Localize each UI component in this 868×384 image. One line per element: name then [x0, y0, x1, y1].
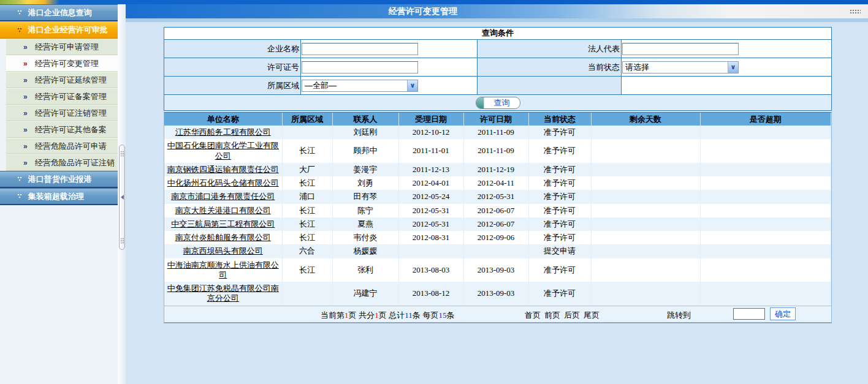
- column-header: 当前状态: [528, 113, 591, 126]
- empty-label-cell: [477, 77, 621, 94]
- table-row: 江苏华西船务工程有限公司刘廷刚2012-10-122011-11-09准予许可: [164, 126, 831, 139]
- arrow-bullet-icon: »: [23, 142, 28, 151]
- company-link[interactable]: 中国石化集团南京化学工业有限公司: [167, 141, 279, 160]
- search-button[interactable]: 查询: [476, 97, 520, 109]
- table-row: 南京西坝码头有限公司六合杨媛媛提交申请: [164, 244, 831, 258]
- pagination-summary-segment: 当前第: [321, 311, 345, 320]
- pager-link[interactable]: 尾页: [584, 311, 600, 320]
- table-cell: 2013-09-03: [463, 258, 528, 282]
- column-header: 联系人: [332, 113, 398, 126]
- company-link[interactable]: 南京付炎船舶服务有限公司: [175, 233, 271, 242]
- table-cell: 长江: [282, 258, 332, 282]
- table-cell: 长江: [282, 139, 332, 163]
- company-link[interactable]: 中免集团江苏免税品有限公司南京分公司: [167, 284, 279, 303]
- pager-link[interactable]: 后页: [564, 311, 580, 320]
- table-cell: [700, 244, 831, 258]
- table-cell: 准予许可: [528, 126, 591, 139]
- current-status-select[interactable]: 请选择 ∨: [622, 61, 739, 73]
- table-header-row: 单位名称所属区域联系人受理日期许可日期当前状态剩余天数是否超期: [164, 113, 831, 126]
- sidebar-menu: ∵港口企业信息查询∵港口企业经营许可审批»经营许可申请管理»经营许可变更管理»经…: [0, 4, 118, 205]
- company-cell: 中海油南京顺海水上供油有限公司: [164, 258, 282, 282]
- table-cell: 准予许可: [528, 217, 591, 231]
- sidebar-item[interactable]: »经营许可变更管理: [6, 55, 118, 72]
- sidebar-group[interactable]: ∵港口企业信息查询: [0, 4, 118, 21]
- menu-group-icon: ∵: [17, 9, 22, 17]
- table-cell: 张利: [332, 258, 398, 282]
- company-link[interactable]: 南京钢铁四通运输有限责任公司: [167, 165, 279, 174]
- sidebar-item[interactable]: »经营许可证备案管理: [6, 88, 118, 105]
- sidebar-item-label: 经营许可证备案管理: [35, 91, 107, 102]
- sidebar-item-label: 经营危险品许可证注销: [35, 157, 115, 168]
- pager-link[interactable]: 首页: [525, 311, 541, 320]
- sidebar-collapse-handle[interactable]: [119, 145, 125, 250]
- table-cell: 顾邦中: [332, 139, 398, 163]
- sidebar-item[interactable]: »经营许可证其他备案: [6, 121, 118, 138]
- table-row: 中海油南京顺海水上供油有限公司长江张利2013-08-032013-09-03准…: [164, 258, 831, 282]
- company-link[interactable]: 中海油南京顺海水上供油有限公司: [167, 260, 279, 279]
- company-cell: 南京付炎船舶服务有限公司: [164, 231, 282, 244]
- jump-page-input[interactable]: [733, 308, 765, 320]
- table-cell: [282, 126, 332, 139]
- table-cell: 浦口: [282, 190, 332, 203]
- table-cell: 杨媛媛: [332, 244, 398, 258]
- table-cell: [591, 139, 700, 163]
- sidebar-item[interactable]: »经营许可申请管理: [6, 39, 118, 55]
- table-row: 南京钢铁四通运输有限责任公司大厂姜漫宇2011-12-132011-12-19准…: [164, 163, 831, 176]
- company-link[interactable]: 南京大胜关港港口有限公司: [175, 206, 271, 215]
- company-link[interactable]: 南京市浦口港务有限责任公司: [171, 192, 275, 201]
- table-cell: 准予许可: [528, 204, 591, 217]
- company-name-label: 企业名称: [164, 40, 300, 58]
- arrow-bullet-icon: »: [23, 126, 28, 134]
- table-cell: 准予许可: [528, 282, 591, 306]
- pager-link[interactable]: 前页: [544, 311, 560, 320]
- pagination-bar: 当前第1页 共分1页 总计11条 每页15条 首页前页后页尾页 跳转到 确定: [164, 306, 831, 322]
- region-select[interactable]: —全部— ∨: [302, 80, 418, 92]
- search-button-cap: [476, 97, 484, 108]
- company-name-input[interactable]: [302, 43, 418, 55]
- table-cell: 大厂: [282, 163, 332, 176]
- table-cell: 2011-11-09: [463, 139, 528, 163]
- company-link[interactable]: 江苏华西船务工程有限公司: [175, 127, 271, 137]
- sidebar-group[interactable]: ∵港口普货作业报港: [0, 171, 118, 188]
- table-cell: 2012-05-31: [398, 204, 463, 217]
- jump-to-label: 跳转到: [667, 310, 691, 321]
- license-no-input[interactable]: [302, 61, 418, 73]
- table-cell: 冯建宁: [332, 282, 398, 306]
- pagination-summary-segment: 条: [446, 311, 454, 320]
- table-cell: [700, 176, 831, 190]
- sidebar-group[interactable]: ∵集装箱超载治理: [0, 188, 118, 205]
- table-cell: 2012-05-31: [463, 190, 528, 203]
- table-cell: [398, 244, 463, 258]
- sidebar-item[interactable]: »经营许可证注销管理: [6, 105, 118, 121]
- table-cell: 夏燕: [332, 217, 398, 231]
- query-button-row: 查询: [164, 94, 831, 110]
- company-link[interactable]: 中化扬州石化码头仓储有限公司: [167, 178, 279, 187]
- arrow-bullet-icon: »: [23, 43, 28, 51]
- sidebar-item[interactable]: »经营许可证延续管理: [6, 72, 118, 88]
- sidebar-group-label: 集装箱超载治理: [28, 191, 84, 202]
- grip-dots-icon: [120, 151, 124, 157]
- collapse-arrow-icon: [121, 195, 124, 200]
- company-cell: 江苏华西船务工程有限公司: [164, 126, 282, 139]
- table-row: 南京市浦口港务有限责任公司浦口田有琴2012-05-242012-05-31准予…: [164, 190, 831, 203]
- table-cell: [591, 163, 700, 176]
- table-cell: 2012-06-07: [463, 204, 528, 217]
- table-cell: 准予许可: [528, 139, 591, 163]
- company-link[interactable]: 中交三航局第三工程有限公司: [171, 219, 275, 228]
- sidebar-item[interactable]: »经营危险品许可申请: [6, 138, 118, 154]
- column-header: 单位名称: [164, 113, 282, 126]
- sidebar-group[interactable]: ∵港口企业经营许可审批: [0, 21, 118, 39]
- pagination-summary-segment: 11: [405, 311, 413, 320]
- table-cell: 准予许可: [528, 163, 591, 176]
- sidebar-submenu: »经营许可申请管理»经营许可变更管理»经营许可证延续管理»经营许可证备案管理»经…: [6, 39, 118, 171]
- confirm-button[interactable]: 确定: [770, 307, 796, 320]
- sidebar-item[interactable]: »经营危险品许可证注销: [6, 154, 118, 171]
- company-cell: 中化扬州石化码头仓储有限公司: [164, 176, 282, 190]
- table-cell: 2011-12-13: [398, 163, 463, 176]
- sidebar-group-label: 港口普货作业报港: [28, 174, 92, 185]
- company-link[interactable]: 南京西坝码头有限公司: [183, 246, 263, 255]
- company-cell: 南京大胜关港港口有限公司: [164, 204, 282, 217]
- query-row: 许可证号 当前状态 请选择 ∨: [164, 58, 831, 76]
- table-cell: 2012-05-31: [398, 217, 463, 231]
- legal-rep-input[interactable]: [622, 43, 739, 55]
